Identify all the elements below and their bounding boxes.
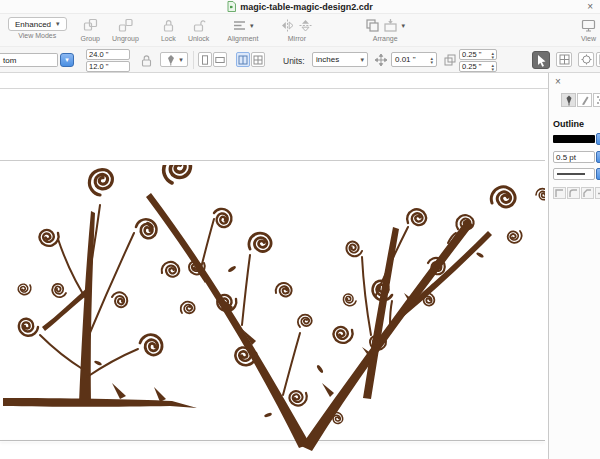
document-icon [227,1,236,12]
cap-style-button[interactable] [595,187,600,199]
view-modes-label: View Modes [18,32,56,39]
outline-width-dropdown-button[interactable]: ▾ [596,151,600,163]
clipped-button[interactable] [596,52,600,67]
view-label: View [581,35,596,42]
stepper-down-icon: ▾ [491,67,494,71]
outline-style-dropdown-button[interactable]: ▾ [596,168,600,180]
nudge-value: 0.01 " [395,55,416,64]
unlock-button[interactable]: Unlock [188,17,209,42]
main-toolbar: Enhanced ▾ View Modes Group Ungroup Lock… [0,14,600,47]
view-group[interactable]: View [581,17,596,42]
outline-width-combo[interactable]: 0.5 pt [553,151,595,163]
alignment-dropdown[interactable]: ▾ Alignment [227,17,258,42]
docker-title: Outline [553,119,584,129]
outline-width-dropdown[interactable]: ▾ [160,52,188,67]
mirror-horizontal-icon [280,18,295,33]
units-label: Units: [283,56,305,66]
lock-button[interactable]: Lock [161,17,176,42]
alignment-icon [232,18,247,33]
corner-miter-button[interactable] [553,187,566,199]
group-button[interactable]: Group [81,17,100,42]
chevron-down-icon: ▾ [65,56,69,64]
stepper-down-icon: ▾ [430,60,433,64]
spiral-curls [17,165,545,425]
branch-shapes [3,193,492,451]
docker-close-icon[interactable]: × [555,76,561,87]
chevron-down-icon: ▾ [360,56,364,64]
outline-color-dropdown[interactable]: ▾ [596,133,600,145]
page-top-edge [0,160,545,161]
duplicate-y-stepper[interactable]: ▴ ▾ [491,63,494,71]
chevron-down-icon: ▾ [250,22,254,30]
view-modes-dropdown[interactable]: Enhanced ▾ [8,17,67,31]
duplicate-distance-icon [444,54,456,66]
duplicate-y-field[interactable]: 0.25 " ▴ ▾ [459,61,497,72]
preset-dropdown-button[interactable]: ▾ [60,53,74,67]
drawing-canvas[interactable] [0,73,548,459]
flourish-artwork[interactable] [0,165,545,455]
order-icon [383,18,398,33]
units-combo[interactable]: inches ▾ [312,52,368,67]
units-value: inches [316,55,339,64]
landscape-toggle[interactable] [213,52,227,67]
outline-docker-panel: × Outline ▾ 0.5 pt ▾ ▾ [548,73,600,459]
object-height-field[interactable]: 12.0 " [86,61,130,72]
nudge-offset-icon [375,54,387,66]
duplicate-x-stepper[interactable]: ▴ ▾ [491,51,494,59]
options-button[interactable] [578,52,594,67]
nudge-distance-field[interactable]: 0.01 " ▴ ▾ [391,52,437,67]
unlock-label: Unlock [188,35,209,42]
group-label: Group [81,35,100,42]
titlebar: magic-table-magic-design2.cdr × [0,0,600,14]
portrait-toggle[interactable] [198,52,212,67]
tab-fill[interactable] [577,93,592,107]
docker-tabs [561,93,600,107]
corner-round-button[interactable] [567,187,580,199]
duplicate-x-field[interactable]: 0.25 " ▴ ▾ [459,49,497,60]
property-bar: tom ▾ 24.0 " 12.0 " ▾ Units: inches ▾ 0.… [0,47,600,73]
preset-value: tom [3,56,16,65]
outline-color-swatch[interactable] [553,135,595,143]
window-title: magic-table-magic-design2.cdr [240,2,373,12]
cursor-arrow-icon [536,54,547,67]
leaf-shapes [94,221,485,418]
duplicate-x-value: 0.25 " [462,50,481,59]
outline-style-combo[interactable] [553,168,595,180]
arrange-dropdown[interactable]: ▾ Arrange [365,17,405,42]
lock-icon [161,18,176,33]
ungroup-button[interactable]: Ungroup [112,17,139,42]
page-layout-toggle-1[interactable] [236,52,250,67]
arrange-label: Arrange [373,35,398,42]
lock-ratio-icon[interactable] [141,54,152,67]
ungroup-icon [118,18,133,33]
nudge-stepper[interactable]: ▴ ▾ [430,56,433,64]
page-layout-toggle-2[interactable] [251,52,265,67]
tab-outline[interactable] [561,93,576,107]
mirror-label: Mirror [288,35,306,42]
pen-nib-icon [165,54,177,66]
chevron-down-icon: ▾ [56,20,60,28]
group-icon [83,18,98,33]
window-divider-line [0,88,548,89]
object-width-value: 24.0 " [89,50,108,59]
snap-options-button[interactable] [556,52,572,67]
mirror-vertical-icon [298,18,313,33]
view-modes-value: Enhanced [15,20,51,29]
lock-label: Lock [161,35,176,42]
object-height-value: 12.0 " [89,62,108,71]
line-style-preview [556,172,586,176]
stepper-down-icon: ▾ [491,55,494,59]
corner-style-buttons [553,187,600,199]
window-close-icon[interactable]: × [587,0,593,13]
mirror-group[interactable]: Mirror [280,17,313,42]
separator [193,51,194,69]
tab-transparency[interactable] [593,93,600,107]
view-icon [581,18,596,33]
outline-width-value: 0.5 pt [556,153,576,162]
pick-tool-button[interactable] [532,51,550,69]
chevron-down-icon: ▾ [401,22,405,30]
corner-bevel-button[interactable] [581,187,594,199]
arrange-icon [365,18,380,33]
object-width-field[interactable]: 24.0 " [86,49,130,60]
preset-combo[interactable]: tom [0,53,58,67]
